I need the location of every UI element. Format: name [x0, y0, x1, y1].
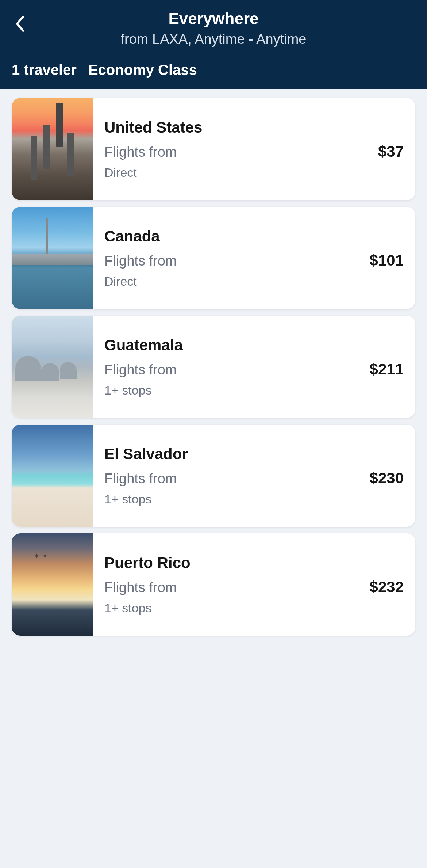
destination-thumbnail	[12, 533, 93, 636]
destination-card[interactable]: United StatesFlights from$37Direct	[12, 98, 415, 200]
destination-name: Canada	[104, 228, 404, 245]
stops-label: Direct	[104, 274, 404, 289]
price: $211	[370, 361, 404, 378]
destination-card[interactable]: Puerto RicoFlights from$2321+ stops	[12, 533, 415, 636]
search-subtitle[interactable]: from LAXA, Anytime - Anytime	[12, 31, 415, 47]
destination-card-body: CanadaFlights from$101Direct	[93, 207, 415, 309]
flights-from-label: Flights from	[104, 144, 177, 160]
price: $101	[370, 252, 404, 269]
destination-card-body: El SalvadorFlights from$2301+ stops	[93, 425, 415, 527]
search-header: Everywhere from LAXA, Anytime - Anytime …	[0, 0, 427, 89]
destination-name: United States	[104, 119, 404, 136]
destination-thumbnail	[12, 207, 93, 309]
flights-from-label: Flights from	[104, 362, 177, 378]
price: $232	[370, 578, 404, 596]
destination-name: Guatemala	[104, 336, 404, 354]
price: $37	[378, 143, 404, 160]
travelers-filter[interactable]: 1 traveler	[12, 62, 77, 78]
flights-from-label: Flights from	[104, 471, 177, 487]
results-list: United StatesFlights from$37DirectCanada…	[0, 89, 427, 651]
destination-title[interactable]: Everywhere	[12, 9, 415, 28]
destination-name: Puerto Rico	[104, 554, 404, 572]
flights-from-label: Flights from	[104, 580, 177, 595]
flights-from-label: Flights from	[104, 253, 177, 269]
cabin-class-filter[interactable]: Economy Class	[88, 62, 197, 78]
back-button[interactable]	[11, 15, 29, 33]
price-row: Flights from$101	[104, 252, 404, 269]
price-row: Flights from$230	[104, 469, 404, 487]
price: $230	[370, 469, 404, 487]
destination-card[interactable]: GuatemalaFlights from$2111+ stops	[12, 316, 415, 418]
stops-label: 1+ stops	[104, 383, 404, 397]
destination-thumbnail	[12, 425, 93, 527]
destination-card-body: Puerto RicoFlights from$2321+ stops	[93, 533, 415, 636]
price-row: Flights from$37	[104, 143, 404, 160]
price-row: Flights from$232	[104, 578, 404, 596]
chevron-left-icon	[15, 16, 25, 32]
price-row: Flights from$211	[104, 361, 404, 378]
destination-thumbnail	[12, 98, 93, 200]
destination-card-body: GuatemalaFlights from$2111+ stops	[93, 316, 415, 418]
stops-label: 1+ stops	[104, 601, 404, 615]
destination-card-body: United StatesFlights from$37Direct	[93, 98, 415, 200]
destination-name: El Salvador	[104, 445, 404, 463]
destination-card[interactable]: El SalvadorFlights from$2301+ stops	[12, 425, 415, 527]
destination-card[interactable]: CanadaFlights from$101Direct	[12, 207, 415, 309]
stops-label: Direct	[104, 165, 404, 180]
destination-thumbnail	[12, 316, 93, 418]
stops-label: 1+ stops	[104, 492, 404, 506]
filters-row: 1 traveler Economy Class	[12, 62, 415, 78]
